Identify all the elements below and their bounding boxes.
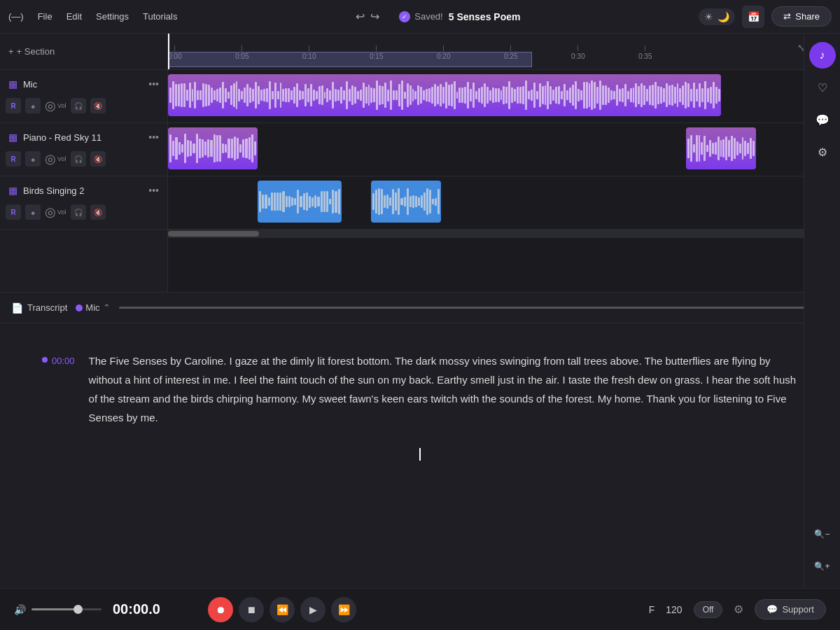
- track-rows: // Generate waveform bars inline for(let…: [168, 70, 840, 230]
- track-vol-knob-piano[interactable]: ◎: [45, 151, 56, 167]
- timeline-right: 0:00 0:05 0:10 0:15: [168, 34, 840, 292]
- track-options-piano[interactable]: •••: [148, 132, 159, 143]
- rewind-button[interactable]: ⏪: [270, 597, 295, 622]
- support-button[interactable]: 💬 Support: [755, 599, 826, 620]
- track-wave-icon-mic: ▦: [8, 78, 18, 90]
- record-button[interactable]: ⏺: [208, 597, 233, 622]
- share-button[interactable]: ⇄ Share: [771, 6, 832, 27]
- sidebar-music-button[interactable]: ♪: [809, 42, 836, 69]
- track-r-btn-birds[interactable]: R: [6, 204, 21, 220]
- tutorials-menu[interactable]: Tutorials: [143, 11, 177, 22]
- undo-button[interactable]: ↩: [356, 10, 365, 23]
- zoom-in-button[interactable]: 🔍+: [809, 553, 836, 580]
- support-icon: 💬: [766, 604, 778, 615]
- track-labels: + + Section ▦ Mic ••• R ⬦: [0, 34, 168, 292]
- dark-theme-icon: 🌙: [718, 11, 729, 22]
- chevron-down-icon[interactable]: ⌃: [103, 302, 111, 313]
- ruler-mark-6: 0:30: [571, 52, 584, 60]
- selection-region[interactable]: [168, 52, 532, 67]
- track-name-birds: Birds Singing 2: [23, 186, 84, 196]
- drag-handle[interactable]: [119, 307, 812, 309]
- track-area: + + Section ▦ Mic ••• R ⬦: [0, 34, 840, 293]
- key-label: F: [649, 604, 655, 615]
- timeline-section: + + Section ▦ Mic ••• R ⬦: [0, 34, 840, 630]
- calendar-button[interactable]: 📅: [742, 6, 764, 28]
- track-mute-btn-piano[interactable]: 🔇: [90, 151, 106, 167]
- track-snap-btn-birds[interactable]: ⬦: [25, 204, 41, 220]
- time-display: 00:00.0: [113, 601, 197, 617]
- theme-toggle[interactable]: ☀ 🌙: [699, 8, 735, 25]
- track-options-mic[interactable]: •••: [148, 78, 159, 90]
- transcript-title-label: 📄 Transcript: [11, 302, 67, 314]
- track-mute-btn-mic[interactable]: 🔇: [90, 98, 106, 113]
- track-clip-row-mic: // Generate waveform bars inline for(let…: [168, 70, 840, 123]
- track-vol-knob-mic[interactable]: ◎: [45, 98, 56, 113]
- track-wave-icon-piano: ▦: [8, 132, 18, 143]
- birds-clip-2[interactable]: for(let i=0;i<24;i++){ document.write('<…: [371, 181, 441, 223]
- track-snap-btn-mic[interactable]: ⬦: [25, 98, 41, 113]
- saved-check-icon: ✓: [399, 11, 410, 22]
- share-icon: ⇄: [783, 11, 791, 22]
- support-label: Support: [782, 604, 814, 615]
- track-r-btn-piano[interactable]: R: [6, 151, 21, 167]
- sidebar-chat-button[interactable]: 💬: [809, 106, 836, 133]
- volume-fill: [31, 608, 77, 610]
- track-r-btn-mic[interactable]: R: [6, 98, 21, 113]
- track-headphone-btn-birds[interactable]: 🎧: [71, 204, 86, 220]
- redo-button[interactable]: ↪: [370, 10, 379, 23]
- edit-menu[interactable]: Edit: [66, 11, 82, 22]
- track-header-spacer: + + Section: [0, 34, 167, 70]
- track-name-piano: Piano - Red Sky 11: [23, 132, 102, 143]
- piano-clip-start[interactable]: for(let i=0;i<30;i++){ document.write('<…: [168, 127, 258, 169]
- add-section-button[interactable]: + + Section: [8, 46, 55, 57]
- track-headphone-btn-mic[interactable]: 🎧: [71, 98, 86, 113]
- track-mute-btn-birds[interactable]: 🔇: [90, 204, 106, 220]
- off-button[interactable]: Off: [694, 601, 723, 618]
- sidebar-user-button[interactable]: ♡: [809, 74, 836, 101]
- ruler-mark-7: 0:35: [638, 52, 652, 60]
- text-cursor: [419, 448, 421, 461]
- piano-clip-end[interactable]: for(let i=0;i<25;i++){ document.write('<…: [686, 127, 756, 169]
- transport-controls: ⏺ ⏹ ⏪ ▶ ⏩: [208, 597, 356, 622]
- bpm-label: 120: [666, 604, 682, 615]
- track-snap-btn-piano[interactable]: ⬦: [25, 151, 41, 167]
- transport-right: F 120 Off ⚙ 💬 Support: [649, 599, 826, 620]
- timeline-scrollbar[interactable]: [168, 230, 840, 238]
- settings-menu[interactable]: Settings: [96, 11, 129, 22]
- volume-thumb[interactable]: [74, 605, 83, 614]
- timeline-ruler[interactable]: 0:00 0:05 0:10 0:15: [168, 34, 840, 70]
- file-menu[interactable]: File: [38, 11, 52, 22]
- track-vol-label-mic: Vol: [57, 102, 66, 109]
- zoom-out-button[interactable]: 🔍−: [809, 521, 836, 547]
- transcript-source-name: Mic: [85, 302, 99, 313]
- timestamp-marker[interactable]: 00:00: [42, 351, 75, 427]
- track-vol-knob-birds[interactable]: ◎: [45, 204, 56, 220]
- transcript-header: 📄 Transcript Mic ⌃ ⤢: [0, 293, 840, 323]
- transcript-panel: 📄 Transcript Mic ⌃ ⤢ 00:00: [0, 293, 840, 630]
- track-row-mic: ▦ Mic ••• R ⬦ ◎ Vol 🎧 🔇: [0, 70, 167, 123]
- project-title[interactable]: 5 Senses Poem: [449, 11, 521, 22]
- transcript-text: The Five Senses by Caroline. I gaze at t…: [89, 351, 798, 427]
- scrollbar-thumb[interactable]: [168, 231, 259, 237]
- sidebar-mixer-button[interactable]: ⚙: [809, 139, 836, 165]
- track-vol-label-birds: Vol: [57, 209, 66, 216]
- stop-button[interactable]: ⏹: [239, 597, 264, 622]
- back-button[interactable]: (—): [8, 11, 24, 22]
- main-area: + + Section ▦ Mic ••• R ⬦: [0, 34, 840, 630]
- track-row-piano: ▦ Piano - Red Sky 11 ••• R ⬦ ◎ Vol 🎧 🔇: [0, 123, 167, 176]
- volume-track[interactable]: [31, 608, 102, 610]
- transcript-source[interactable]: Mic ⌃: [76, 302, 110, 313]
- track-clip-row-birds: for(let i=0;i<28;i++){ document.write('<…: [168, 176, 840, 230]
- fast-forward-button[interactable]: ⏩: [331, 597, 356, 622]
- track-name-mic: Mic: [23, 79, 37, 90]
- transcript-content: 00:00 The Five Senses by Caroline. I gaz…: [0, 323, 840, 630]
- play-button[interactable]: ▶: [300, 597, 326, 622]
- track-options-birds[interactable]: •••: [148, 185, 159, 196]
- transport-settings-icon[interactable]: ⚙: [734, 603, 743, 616]
- document-icon: 📄: [11, 302, 23, 314]
- birds-clip-1[interactable]: for(let i=0;i<28;i++){ document.write('<…: [258, 181, 342, 223]
- playhead[interactable]: [168, 34, 169, 69]
- mic-clip-main[interactable]: // Generate waveform bars inline for(let…: [168, 74, 721, 116]
- track-row-birds: ▦ Birds Singing 2 ••• R ⬦ ◎ Vol 🎧 🔇: [0, 176, 167, 230]
- track-headphone-btn-piano[interactable]: 🎧: [71, 151, 86, 167]
